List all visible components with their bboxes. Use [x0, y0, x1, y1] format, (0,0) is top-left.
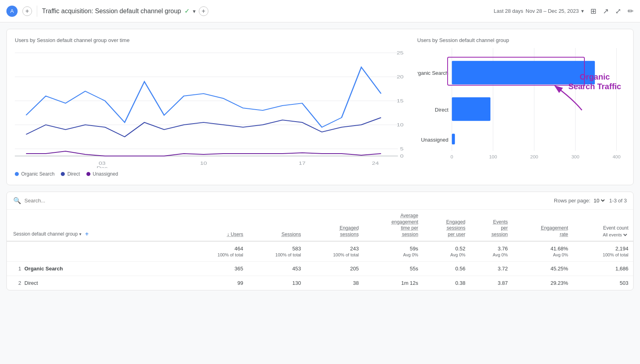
totals-label: [7, 241, 190, 262]
header-right: Last 28 days Nov 28 – Dec 25, 2023 ▾ ⊞ ↗…: [494, 7, 634, 16]
dimension-label: Session default channel group: [13, 231, 78, 238]
bar-chart-wrap: Organic Search Direct Unassigned 0 100 2…: [417, 48, 625, 168]
col-users[interactable]: ↓ Users: [190, 210, 248, 241]
table-row: 2 Direct 99 130 38 1m 12s 0.38 3.87 29.2…: [7, 276, 633, 290]
col-engagement-rate[interactable]: Engagementrate: [512, 210, 573, 241]
row2-events-per-session: 3.87: [470, 276, 513, 290]
totals-engagement-rate: 41.68% Avg 0%: [512, 241, 573, 262]
totals-row: 464 100% of total 583 100% of total 243: [7, 241, 633, 262]
add-dimension-button[interactable]: +: [83, 230, 90, 238]
header-action-icons: ⊞ ↗ ⤢ ✏: [590, 7, 634, 16]
totals-engaged-sessions: 243 100% of total: [306, 241, 364, 262]
row1-sessions: 453: [248, 262, 306, 276]
row1-avg-engagement: 55s: [364, 262, 423, 276]
svg-text:17: 17: [299, 161, 306, 166]
data-table: Session default channel group ▾ + ↓ User…: [7, 210, 633, 290]
svg-text:Unassigned: Unassigned: [421, 137, 448, 143]
row2-engaged-sessions: 38: [306, 276, 364, 290]
dimension-header: Session default channel group ▾ +: [13, 230, 186, 238]
dimension-dropdown-icon[interactable]: ▾: [79, 231, 82, 237]
rows-per-page-select[interactable]: 10 25 50: [592, 197, 606, 204]
totals-sessions: 583 100% of total: [248, 241, 306, 262]
svg-text:Dec: Dec: [97, 166, 108, 168]
line-chart-container: Users by Session default channel group o…: [15, 37, 409, 177]
table-section: 🔍 Rows per page: 10 25 50 1-3 of 3: [6, 192, 634, 290]
bar-unassigned: [452, 134, 455, 144]
totals-avg-engagement: 59s Avg 0%: [364, 241, 423, 262]
legend-dot-unassigned: [86, 172, 90, 176]
row2-channel: 2 Direct: [7, 276, 190, 290]
header-divider: [37, 6, 37, 17]
main-content: Users by Session default channel group o…: [0, 22, 640, 297]
row1-users: 365: [190, 262, 248, 276]
sort-arrow-icon: ↓: [227, 232, 229, 237]
table-right: Rows per page: 10 25 50 1-3 of 3: [554, 197, 627, 204]
svg-text:10: 10: [397, 122, 404, 127]
row2-users: 99: [190, 276, 248, 290]
svg-text:400: 400: [612, 154, 620, 160]
add-tab-button[interactable]: +: [22, 6, 32, 16]
event-count-select[interactable]: All events: [601, 232, 628, 238]
svg-text:300: 300: [571, 154, 579, 160]
svg-text:10: 10: [200, 161, 207, 166]
date-dropdown-icon[interactable]: ▾: [581, 8, 584, 14]
col-events-per-session[interactable]: Eventspersession: [470, 210, 513, 241]
col-engaged-sessions[interactable]: Engagedsessions: [306, 210, 364, 241]
row1-event-count: 1,686: [573, 262, 633, 276]
col-avg-engagement[interactable]: Averageengagementtime persession: [364, 210, 423, 241]
bar-chart-svg: Organic Search Direct Unassigned 0 100 2…: [417, 48, 625, 168]
date-range-text: Nov 28 – Dec 25, 2023: [526, 8, 579, 14]
page-title: Traffic acquisition: Session default cha…: [42, 6, 489, 16]
annotation-label: OrganicSearch Traffic: [568, 72, 621, 91]
totals-events-per-session: 3.76 Avg 0%: [470, 241, 513, 262]
col-event-count[interactable]: Event count All events: [573, 210, 633, 241]
title-dropdown-icon[interactable]: ▾: [193, 8, 196, 14]
edit-icon[interactable]: ✏: [628, 7, 634, 16]
svg-text:25: 25: [397, 50, 404, 55]
avatar: A: [6, 6, 18, 17]
add-view-button[interactable]: +: [199, 6, 208, 16]
table-header: Session default channel group ▾ + ↓ User…: [7, 210, 633, 241]
report-icon[interactable]: ⊞: [590, 7, 596, 16]
table-toolbar: 🔍 Rows per page: 10 25 50 1-3 of 3: [7, 192, 633, 210]
legend-label-direct: Direct: [67, 171, 80, 177]
line-chart-wrap: 25 20 15 10 5 0 03 Dec 10 17: [15, 48, 409, 168]
share-icon[interactable]: ↗: [603, 7, 609, 16]
pagination-text: 1-3 of 3: [609, 198, 627, 204]
svg-text:200: 200: [530, 154, 538, 160]
row1-channel: 1 Organic Search: [7, 262, 190, 276]
date-range-selector[interactable]: Last 28 days Nov 28 – Dec 25, 2023 ▾: [494, 8, 584, 14]
search-input[interactable]: [24, 198, 104, 204]
row1-engaged-sessions: 205: [306, 262, 364, 276]
svg-text:Organic Search: Organic Search: [417, 70, 448, 76]
line-chart-svg: 25 20 15 10 5 0 03 Dec 10 17: [15, 48, 409, 168]
search-icon: 🔍: [13, 197, 21, 204]
svg-text:5: 5: [400, 146, 404, 151]
row1-events-per-session: 3.72: [470, 262, 513, 276]
legend-dot-organic: [15, 172, 19, 176]
svg-text:0: 0: [450, 154, 453, 160]
table-row: 1 Organic Search 365 453 205 55s 0.56 3.…: [7, 262, 633, 276]
rows-per-page-label: Rows per page:: [554, 198, 590, 204]
svg-text:Direct: Direct: [435, 107, 448, 113]
row2-event-count: 503: [573, 276, 633, 290]
svg-text:20: 20: [397, 74, 404, 79]
svg-text:0: 0: [400, 154, 404, 158]
svg-text:15: 15: [397, 98, 404, 103]
col-engaged-per-user[interactable]: Engagedsessionsper user: [423, 210, 470, 241]
svg-text:24: 24: [372, 161, 379, 166]
insights-icon[interactable]: ⤢: [615, 7, 621, 16]
header: A + Traffic acquisition: Session default…: [0, 0, 640, 22]
legend-label-organic: Organic Search: [21, 171, 54, 177]
row1-engagement-rate: 45.25%: [512, 262, 573, 276]
svg-text:03: 03: [99, 161, 106, 166]
row1-channel-name: Organic Search: [24, 266, 63, 272]
line-chart-title: Users by Session default channel group o…: [15, 37, 409, 43]
row2-engaged-per-user: 0.38: [423, 276, 470, 290]
bar-chart-title: Users by Session default channel group: [417, 37, 625, 43]
row2-sessions: 130: [248, 276, 306, 290]
charts-section: Users by Session default channel group o…: [6, 29, 634, 185]
legend-unassigned: Unassigned: [86, 171, 118, 177]
totals-users: 464 100% of total: [190, 241, 248, 262]
col-sessions[interactable]: Sessions: [248, 210, 306, 241]
